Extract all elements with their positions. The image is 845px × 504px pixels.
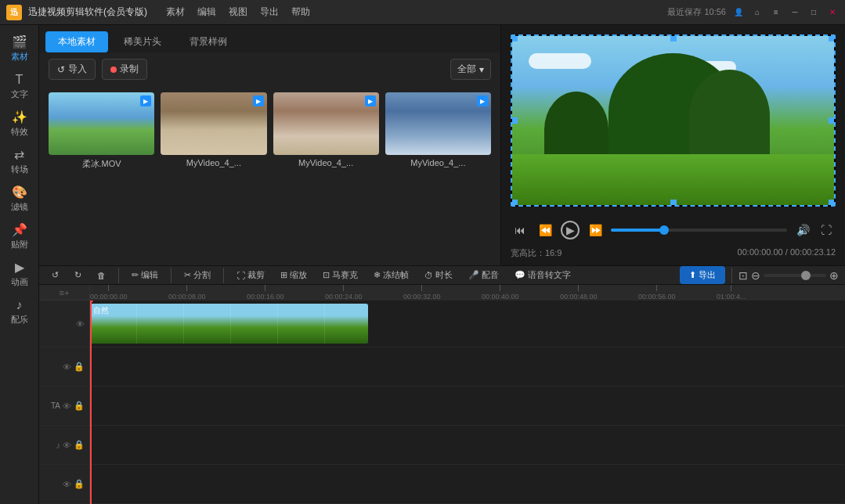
media-grid: ▶ 柔冰.MOV ▶ MyVideo_4_... bbox=[39, 86, 500, 265]
filter-icon: 🎨 bbox=[12, 185, 27, 200]
maximize-button[interactable]: □ bbox=[807, 6, 820, 19]
crop-button[interactable]: ⛶ 裁剪 bbox=[230, 267, 271, 283]
edit-button[interactable]: ✏ 编辑 bbox=[125, 267, 164, 283]
progress-thumb[interactable] bbox=[659, 225, 669, 235]
time-display: 00:00:00.00 / 00:00:23.12 bbox=[738, 247, 836, 259]
progress-bar[interactable] bbox=[611, 229, 787, 232]
eye-icon-text[interactable]: 👁 bbox=[63, 401, 71, 411]
duration-button[interactable]: ⏱ 时长 bbox=[418, 267, 459, 283]
timeline-menu-icon[interactable]: ≡+ bbox=[60, 288, 70, 297]
menu-item-export[interactable]: 导出 bbox=[260, 5, 279, 19]
sidebar-item-sticker[interactable]: 📌 贴附 bbox=[2, 219, 37, 254]
speech-to-text-button[interactable]: 💬 语音转文字 bbox=[508, 267, 577, 283]
user-avatar[interactable]: 👤 bbox=[732, 6, 745, 19]
import-icon: ↺ bbox=[57, 64, 65, 75]
eye-icon-effects[interactable]: 👁 bbox=[63, 480, 71, 489]
video-clip[interactable]: 自然 bbox=[90, 304, 368, 344]
eye-icon-video[interactable]: 👁 bbox=[76, 319, 85, 329]
audio-track-row bbox=[90, 426, 845, 465]
ruler-label-area: ≡+ bbox=[39, 285, 89, 301]
tab-premium-clips[interactable]: 稀美片头 bbox=[111, 31, 174, 52]
menu-item-edit[interactable]: 编辑 bbox=[197, 5, 216, 19]
content-area: 本地素材 稀美片头 背景样例 ↺ 导入 录制 bbox=[39, 25, 845, 504]
sidebar-item-filter[interactable]: 🎨 滤镜 bbox=[2, 182, 37, 216]
cloud-1 bbox=[529, 53, 591, 69]
tab-backgrounds[interactable]: 背景样例 bbox=[177, 31, 240, 52]
media-item-1[interactable]: ▶ MyVideo_4_... bbox=[161, 92, 266, 259]
menu-icon[interactable]: ≡ bbox=[770, 6, 782, 19]
zoom-controls: ⊡ ⊖ ⊕ bbox=[738, 269, 839, 282]
menu-item-help[interactable]: 帮助 bbox=[291, 5, 310, 19]
toolbar-separator-1 bbox=[118, 268, 119, 283]
ruler-text-3: 00:00:24.00 bbox=[325, 293, 363, 301]
sel-handle-left-mid[interactable] bbox=[511, 117, 518, 124]
minimize-button[interactable]: ─ bbox=[789, 6, 801, 19]
sidebar-label-filter: 滤镜 bbox=[11, 201, 28, 213]
zoom-in-button[interactable]: ⊕ bbox=[829, 269, 839, 282]
lock-icon-text[interactable]: 🔒 bbox=[74, 401, 85, 411]
zoom-out-button[interactable]: ⊖ bbox=[751, 269, 760, 282]
tab-local-material[interactable]: 本地素材 bbox=[45, 31, 108, 52]
split-button[interactable]: ✂ 分割 bbox=[178, 267, 217, 283]
text-icon: T bbox=[16, 73, 23, 87]
sidebar-item-music[interactable]: ♪ 配乐 bbox=[2, 294, 37, 329]
sidebar-item-animation[interactable]: ▶ 动画 bbox=[2, 257, 37, 291]
media-item-2[interactable]: ▶ MyVideo_4_... bbox=[273, 92, 379, 259]
eye-icon-subtitle[interactable]: 👁 bbox=[63, 362, 71, 372]
media-item-3[interactable]: ▶ MyVideo_4_... bbox=[385, 92, 491, 259]
redo-button[interactable]: ↻ bbox=[68, 268, 88, 283]
sidebar-item-text[interactable]: T 文字 bbox=[2, 69, 37, 103]
sel-handle-bot-right[interactable] bbox=[829, 200, 835, 206]
eye-icon-audio[interactable]: 👁 bbox=[63, 441, 71, 450]
sel-handle-bot-left[interactable] bbox=[511, 200, 518, 206]
menu-item-view[interactable]: 视图 bbox=[229, 5, 247, 19]
clip-thumb-2 bbox=[137, 304, 184, 344]
close-button[interactable]: ✕ bbox=[826, 6, 839, 19]
frame-forward-button[interactable]: ⏩ bbox=[586, 221, 605, 239]
fit-view-button[interactable]: ⊡ bbox=[738, 269, 748, 282]
skip-back-button[interactable]: ⏮ bbox=[511, 221, 529, 239]
zoom-slider[interactable] bbox=[764, 274, 826, 277]
sel-handle-right-mid[interactable] bbox=[829, 117, 835, 124]
lock-icon-effects[interactable]: 🔒 bbox=[74, 479, 85, 489]
preview-canvas bbox=[511, 34, 836, 207]
sidebar-item-effects[interactable]: ✨ 特效 bbox=[2, 106, 37, 141]
preview-controls: ⏮ ⏪ ▶ ⏩ 🔊 ⛶ bbox=[501, 216, 845, 244]
preview-panel: ⏮ ⏪ ▶ ⏩ 🔊 ⛶ 宽高比：16:9 bbox=[501, 25, 845, 265]
zoom-button[interactable]: ⊞ 缩放 bbox=[274, 267, 313, 283]
lock-icon-audio[interactable]: 🔒 bbox=[74, 440, 85, 450]
sel-handle-top-right[interactable] bbox=[829, 35, 835, 41]
sidebar-item-transition[interactable]: ⇄ 转场 bbox=[2, 144, 37, 178]
ruler-mark-2: 00:00:16.00 bbox=[247, 285, 284, 301]
import-button[interactable]: ↺ 导入 bbox=[49, 59, 96, 80]
sel-handle-bot-mid[interactable] bbox=[670, 200, 677, 206]
menu-item-material[interactable]: 素材 bbox=[166, 5, 185, 19]
play-button[interactable]: ▶ bbox=[561, 221, 580, 239]
ruler-mark-6: 00:00:48.00 bbox=[560, 285, 598, 301]
undo-button[interactable]: ↺ bbox=[45, 268, 65, 283]
delete-button[interactable]: 🗑 bbox=[91, 268, 112, 283]
dubbing-button[interactable]: 🎤 配音 bbox=[462, 267, 505, 283]
lock-icon-subtitle[interactable]: 🔒 bbox=[74, 362, 85, 372]
record-button[interactable]: 录制 bbox=[102, 59, 147, 80]
sidebar-item-material[interactable]: 🎬 素材 bbox=[2, 31, 37, 66]
timeline-content: 00:00:00.00 00:00:08.00 00:00:16.00 bbox=[90, 285, 845, 504]
volume-icon[interactable]: 🔊 bbox=[793, 221, 812, 239]
video-icon-3: ▶ bbox=[480, 98, 485, 105]
export-button[interactable]: ⬆ 导出 bbox=[680, 266, 725, 284]
frame-back-button[interactable]: ⏪ bbox=[536, 221, 554, 239]
sel-handle-top-mid[interactable] bbox=[670, 35, 677, 41]
timeline-playhead[interactable] bbox=[90, 301, 92, 504]
thumb-image-3 bbox=[385, 92, 491, 155]
ruler-text-4: 00:00:32.00 bbox=[403, 293, 441, 301]
home-icon[interactable]: ⌂ bbox=[751, 6, 764, 19]
ruler-mark-4: 00:00:32.00 bbox=[403, 285, 441, 301]
freeze-button[interactable]: ❄ 冻结帧 bbox=[367, 267, 415, 283]
media-item-0[interactable]: ▶ 柔冰.MOV bbox=[49, 92, 154, 259]
sel-handle-top-left[interactable] bbox=[511, 35, 518, 41]
mosaic-button[interactable]: ⊡ 马赛克 bbox=[316, 267, 364, 283]
ruler-line-7 bbox=[656, 285, 657, 291]
duration-icon: ⏱ bbox=[424, 271, 433, 280]
fullscreen-button[interactable]: ⛶ bbox=[817, 221, 836, 239]
filter-dropdown[interactable]: 全部 ▾ bbox=[450, 59, 491, 80]
